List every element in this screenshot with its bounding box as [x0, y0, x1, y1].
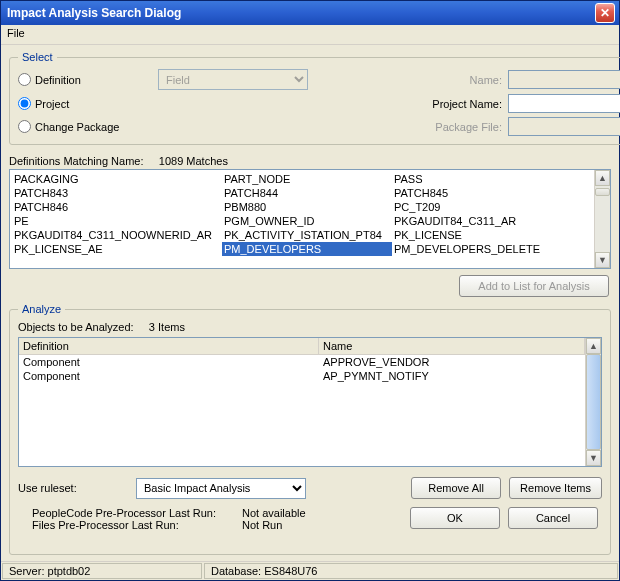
- select-legend: Select: [18, 51, 57, 63]
- scroll-up-icon[interactable]: ▲: [595, 170, 610, 186]
- scroll-down-icon[interactable]: ▼: [586, 450, 601, 466]
- list-item[interactable]: PKGAUDIT84_C311_NOOWNERID_AR: [12, 228, 222, 242]
- status-db-label: Database:: [211, 565, 261, 577]
- table-row[interactable]: ComponentAPPROVE_VENDOR: [19, 355, 585, 369]
- radio-project-label: Project: [35, 98, 69, 110]
- title-bar[interactable]: Impact Analysis Search Dialog ✕: [1, 1, 619, 25]
- radio-change-package-input[interactable]: [18, 120, 31, 133]
- status-bar: Server: ptptdb02 Database: ES848U76: [1, 561, 619, 580]
- radio-change-package-label: Change Package: [35, 121, 119, 133]
- name-input[interactable]: [508, 70, 620, 89]
- analyze-list[interactable]: Definition Name ComponentAPPROVE_VENDORC…: [18, 337, 602, 467]
- radio-definition-label: Definition: [35, 74, 81, 86]
- list-item[interactable]: PGM_OWNER_ID: [222, 214, 392, 228]
- analyze-scrollbar[interactable]: ▲ ▼: [585, 338, 601, 466]
- matches-label-row: Definitions Matching Name: 1089 Matches: [9, 155, 611, 167]
- status-db-value: ES848U76: [264, 565, 317, 577]
- list-item[interactable]: PASS: [392, 172, 594, 186]
- matches-count: 1089 Matches: [159, 155, 228, 167]
- project-name-label: Project Name:: [308, 98, 508, 110]
- list-item[interactable]: PBM880: [222, 200, 392, 214]
- analyze-group: Analyze Objects to be Analyzed: 3 Items …: [9, 303, 611, 555]
- pc-preprocessor-value: Not available: [242, 507, 362, 519]
- radio-project-input[interactable]: [18, 97, 31, 110]
- window-title: Impact Analysis Search Dialog: [7, 6, 181, 20]
- menu-file[interactable]: File: [7, 27, 25, 39]
- select-group: Select Definition Field Name:: [9, 51, 620, 145]
- ruleset-dropdown[interactable]: Basic Impact Analysis: [136, 478, 306, 499]
- analyze-header-row[interactable]: Definition Name: [19, 338, 585, 355]
- content-area: Select Definition Field Name:: [1, 45, 619, 561]
- objects-label: Objects to be Analyzed:: [18, 321, 134, 333]
- remove-all-button[interactable]: Remove All: [411, 477, 501, 499]
- list-item[interactable]: PATCH844: [222, 186, 392, 200]
- list-item[interactable]: PK_LICENSE_AE: [12, 242, 222, 256]
- radio-project[interactable]: Project: [18, 97, 158, 110]
- ok-button[interactable]: OK: [410, 507, 500, 529]
- status-server-label: Server:: [9, 565, 44, 577]
- radio-definition-input[interactable]: [18, 73, 31, 86]
- list-item[interactable]: PK_LICENSE: [392, 228, 594, 242]
- package-file-input[interactable]: [508, 117, 620, 136]
- list-item[interactable]: PKGAUDIT84_C311_AR: [392, 214, 594, 228]
- list-item[interactable]: PART_NODE: [222, 172, 392, 186]
- package-file-label: Package File:: [308, 121, 508, 133]
- ruleset-label: Use ruleset:: [18, 482, 128, 494]
- cell-name: APPROVE_VENDOR: [319, 355, 585, 369]
- list-item[interactable]: PACKAGING: [12, 172, 222, 186]
- matches-list[interactable]: PACKAGINGPART_NODEPASSPATCH843PATCH844PA…: [9, 169, 611, 269]
- analyze-legend: Analyze: [18, 303, 65, 315]
- add-to-list-button[interactable]: Add to List for Analysis: [459, 275, 609, 297]
- matches-scrollbar[interactable]: ▲ ▼: [594, 170, 610, 268]
- col-name[interactable]: Name: [319, 338, 585, 354]
- project-name-input[interactable]: [508, 94, 620, 113]
- scroll-down-icon[interactable]: ▼: [595, 252, 610, 268]
- cell-definition: Component: [19, 369, 319, 383]
- status-server-value: ptptdb02: [48, 565, 91, 577]
- menu-bar: File: [1, 25, 619, 45]
- cancel-button[interactable]: Cancel: [508, 507, 598, 529]
- name-label: Name:: [308, 74, 508, 86]
- list-item[interactable]: PATCH845: [392, 186, 594, 200]
- list-item[interactable]: PE: [12, 214, 222, 228]
- scroll-up-icon[interactable]: ▲: [586, 338, 601, 354]
- list-item[interactable]: PATCH843: [12, 186, 222, 200]
- close-icon[interactable]: ✕: [595, 3, 615, 23]
- col-definition[interactable]: Definition: [19, 338, 319, 354]
- remove-items-button[interactable]: Remove Items: [509, 477, 602, 499]
- list-item[interactable]: PATCH846: [12, 200, 222, 214]
- files-preprocessor-label: Files Pre-Processor Last Run:: [32, 519, 242, 531]
- objects-count: 3 Items: [149, 321, 185, 333]
- cell-definition: Component: [19, 355, 319, 369]
- definition-type-dropdown[interactable]: Field: [158, 69, 308, 90]
- files-preprocessor-value: Not Run: [242, 519, 362, 531]
- dialog-window: Impact Analysis Search Dialog ✕ File Sel…: [0, 0, 620, 581]
- radio-definition[interactable]: Definition: [18, 73, 158, 86]
- radio-change-package[interactable]: Change Package: [18, 120, 158, 133]
- matches-label: Definitions Matching Name:: [9, 155, 144, 167]
- table-row[interactable]: ComponentAP_PYMNT_NOTIFY: [19, 369, 585, 383]
- list-item[interactable]: PM_DEVELOPERS: [222, 242, 392, 256]
- cell-name: AP_PYMNT_NOTIFY: [319, 369, 585, 383]
- list-item[interactable]: PM_DEVELOPERS_DELETE: [392, 242, 594, 256]
- list-item[interactable]: PK_ACTIVITY_ISTATION_PT84: [222, 228, 392, 242]
- list-item[interactable]: PC_T209: [392, 200, 594, 214]
- pc-preprocessor-label: PeopleCode Pre-Processor Last Run:: [32, 507, 242, 519]
